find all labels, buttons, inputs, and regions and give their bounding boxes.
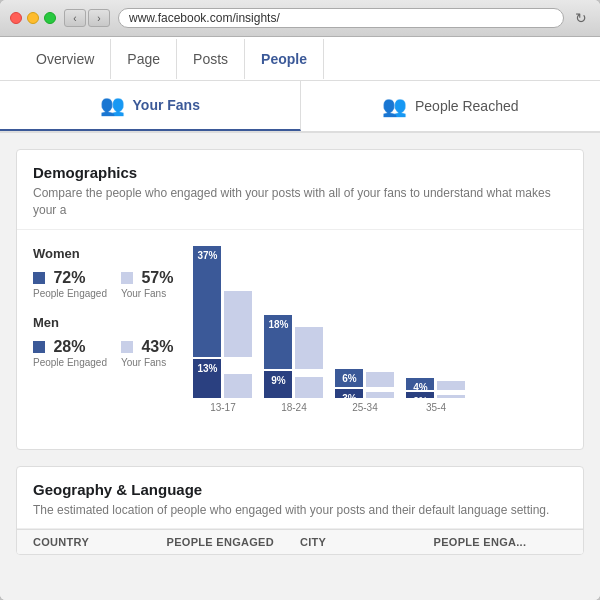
tab-posts[interactable]: Posts: [177, 39, 245, 79]
men-fans-swatch: [121, 341, 133, 353]
men-fans-value: 43%: [141, 338, 173, 355]
browser-window: ‹ › www.facebook.com/insights/ ↻ Overvie…: [0, 0, 600, 600]
bar-men-engaged-13-17: 13%: [193, 359, 221, 398]
bar-men-engaged-25-34: 3%: [335, 389, 363, 398]
tab-overview[interactable]: Overview: [20, 39, 111, 79]
bar-age-label-18-24: 18-24: [281, 402, 307, 413]
bar-men-fans-18-24: [295, 377, 323, 398]
col-people-engaged: People Engaged: [167, 536, 301, 548]
people-reached-label: People Reached: [415, 98, 519, 114]
women-fans-value: 57%: [141, 269, 173, 286]
bar-women-fans-25-34: [366, 372, 394, 387]
sub-nav-your-fans[interactable]: 👥 Your Fans: [0, 81, 301, 131]
men-engaged-swatch: [33, 341, 45, 353]
bar-women-fans-35-4: [437, 381, 465, 390]
bar-women-fans-13-17: [224, 291, 252, 357]
bar-men-engaged-18-24: 9%: [264, 371, 292, 398]
women-engaged-value: 72%: [53, 269, 85, 286]
bar-age-label-35-4: 35-4: [426, 402, 446, 413]
geography-title: Geography & Language: [33, 481, 567, 498]
men-label: Men: [33, 315, 173, 330]
geography-card: Geography & Language The estimated locat…: [16, 466, 584, 556]
chart-area: 37%13%13-1718%9%18-246%3%25-344%2%35-4: [193, 246, 567, 433]
your-fans-label: Your Fans: [133, 97, 200, 113]
minimize-button[interactable]: [27, 12, 39, 24]
men-engaged-stat: 28% People Engaged: [33, 338, 107, 368]
main-area: Demographics Compare the people who enga…: [0, 133, 600, 600]
demographics-subtitle: Compare the people who engaged with your…: [33, 185, 567, 219]
bar-group-25-34: 6%3%25-34: [335, 369, 394, 413]
bar-men-fans-13-17: [224, 374, 252, 398]
bar-group-18-24: 18%9%18-24: [264, 315, 323, 413]
sub-nav-people-reached[interactable]: 👥 People Reached: [301, 81, 601, 131]
tab-page[interactable]: Page: [111, 39, 177, 79]
women-fans-swatch: [121, 272, 133, 284]
bar-women-engaged-35-4: 4%: [406, 378, 434, 390]
address-bar[interactable]: www.facebook.com/insights/: [118, 8, 564, 28]
sub-nav: 👥 Your Fans 👥 People Reached: [0, 81, 600, 133]
demographics-title: Demographics: [33, 164, 567, 181]
men-engaged-value: 28%: [53, 338, 85, 355]
bar-group-13-17: 37%13%13-17: [193, 246, 252, 413]
bar-women-engaged-18-24: 18%: [264, 315, 292, 369]
bar-women-fans-18-24: [295, 327, 323, 369]
women-fans-stat: 57% Your Fans: [121, 269, 173, 299]
women-engaged-stat: 72% People Engaged: [33, 269, 107, 299]
women-engaged-label: People Engaged: [33, 288, 107, 299]
titlebar: ‹ › www.facebook.com/insights/ ↻: [0, 0, 600, 37]
men-engaged-label: People Engaged: [33, 357, 107, 368]
women-engaged-swatch: [33, 272, 45, 284]
bar-group-35-4: 4%2%35-4: [406, 378, 465, 413]
men-fans-stat: 43% Your Fans: [121, 338, 173, 368]
men-stats: 28% People Engaged 43% Your Fans: [33, 338, 173, 368]
back-button[interactable]: ‹: [64, 9, 86, 27]
reached-icon: 👥: [382, 94, 407, 118]
demographics-header: Demographics Compare the people who enga…: [17, 150, 583, 230]
demographics-card: Demographics Compare the people who enga…: [16, 149, 584, 450]
bar-age-label-13-17: 13-17: [210, 402, 236, 413]
fans-icon: 👥: [100, 93, 125, 117]
col-people-engaged-2: People Enga...: [434, 536, 568, 548]
page-content: Overview Page Posts People 👥 Your Fans 👥…: [0, 37, 600, 600]
bar-women-engaged-13-17: 37%: [193, 246, 221, 357]
traffic-lights: [10, 12, 56, 24]
bar-men-fans-35-4: [437, 395, 465, 398]
legend-section: Women 72% People Engaged: [33, 246, 173, 384]
forward-button[interactable]: ›: [88, 9, 110, 27]
geography-subtitle: The estimated location of people who eng…: [33, 502, 567, 519]
refresh-button[interactable]: ↻: [572, 9, 590, 27]
men-group: Men 28% People Engaged: [33, 315, 173, 368]
bar-men-fans-25-34: [366, 392, 394, 398]
nav-tabs: Overview Page Posts People: [0, 37, 600, 81]
close-button[interactable]: [10, 12, 22, 24]
nav-buttons: ‹ ›: [64, 9, 110, 27]
col-city: City: [300, 536, 434, 548]
maximize-button[interactable]: [44, 12, 56, 24]
men-fans-label: Your Fans: [121, 357, 173, 368]
bar-men-engaged-35-4: 2%: [406, 392, 434, 398]
women-label: Women: [33, 246, 173, 261]
bar-women-engaged-25-34: 6%: [335, 369, 363, 387]
col-country: Country: [33, 536, 167, 548]
women-stats: 72% People Engaged 57% Your Fans: [33, 269, 173, 299]
women-fans-label: Your Fans: [121, 288, 173, 299]
geography-header: Geography & Language The estimated locat…: [17, 467, 583, 530]
demographics-body: Women 72% People Engaged: [17, 230, 583, 449]
url-text: www.facebook.com/insights/: [129, 11, 280, 25]
women-group: Women 72% People Engaged: [33, 246, 173, 299]
tab-people[interactable]: People: [245, 39, 324, 79]
table-header: Country People Engaged City People Enga.…: [17, 529, 583, 554]
